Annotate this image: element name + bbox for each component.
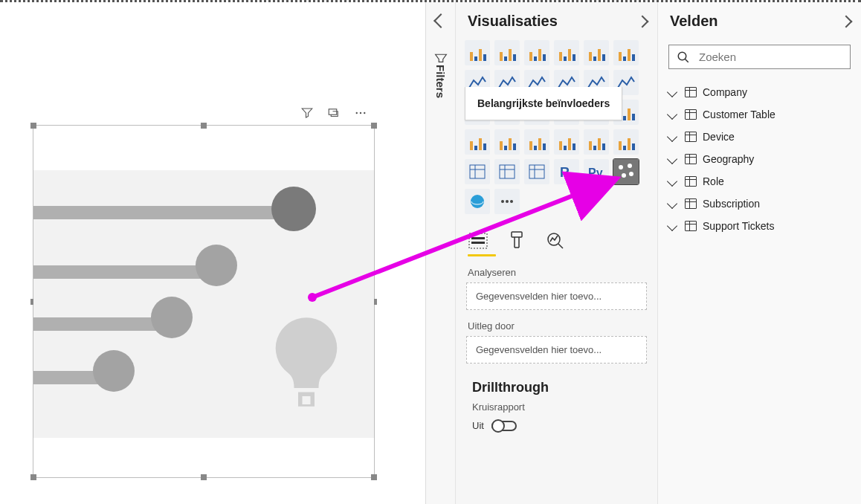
table-name: Subscription	[703, 198, 760, 210]
announce-icon	[433, 48, 449, 65]
focus-mode-icon[interactable]	[327, 106, 341, 120]
svg-point-3	[364, 112, 365, 114]
viz-type-key-influencers[interactable]	[613, 159, 639, 184]
resize-handle[interactable]	[371, 123, 377, 129]
table-icon	[685, 176, 697, 187]
svg-rect-16	[538, 49, 541, 61]
viz-type-slicer[interactable]	[465, 159, 490, 184]
chevron-down-icon	[667, 132, 677, 142]
svg-rect-67	[602, 143, 605, 150]
viz-type-clustered-bar[interactable]	[524, 40, 549, 65]
placeholder-bar	[33, 317, 167, 331]
viz-type-100-bar[interactable]	[584, 40, 609, 65]
viz-type-matrix[interactable]	[524, 159, 549, 184]
svg-rect-61	[564, 146, 567, 150]
fields-table-item[interactable]: Geography	[658, 148, 861, 170]
viz-type-kpi[interactable]	[613, 129, 639, 155]
resize-handle[interactable]	[371, 474, 377, 480]
chevron-right-icon[interactable]	[636, 15, 649, 28]
table-name: Role	[703, 175, 724, 187]
report-canvas[interactable]	[0, 2, 425, 504]
svg-rect-18	[559, 52, 562, 61]
svg-point-83	[619, 165, 623, 169]
viz-type-python-visual[interactable]: Py	[584, 159, 609, 184]
viz-type-card[interactable]	[554, 129, 579, 155]
svg-point-2	[360, 112, 361, 114]
svg-rect-49	[474, 146, 477, 150]
key-influencers-visual-placeholder[interactable]	[33, 125, 375, 478]
fields-search-box[interactable]	[668, 45, 851, 69]
funnel-icon[interactable]	[300, 106, 314, 120]
fields-table-item[interactable]: Subscription	[658, 193, 861, 215]
svg-point-1	[356, 112, 358, 114]
viz-type-funnel[interactable]	[494, 129, 520, 155]
filters-pane-collapsed[interactable]: Filters	[425, 2, 455, 504]
svg-rect-58	[538, 138, 541, 150]
viz-type-filled-map[interactable]	[465, 129, 490, 155]
chevron-down-icon	[667, 109, 677, 120]
viz-type-stacked-bar[interactable]	[465, 40, 490, 65]
svg-rect-13	[513, 54, 516, 61]
visual-header-toolbar	[300, 106, 367, 120]
fields-table-item[interactable]: Support Tickets	[658, 215, 861, 237]
fields-table-item[interactable]: Role	[658, 170, 861, 193]
table-name: Company	[703, 86, 747, 98]
chevron-down-icon	[667, 221, 677, 231]
placeholder-dot	[151, 297, 193, 338]
chevron-down-icon	[667, 176, 677, 187]
viz-type-gauge[interactable]	[524, 129, 549, 155]
viz-type-table[interactable]	[494, 159, 520, 184]
placeholder-dot	[271, 187, 316, 231]
fields-search-input[interactable]	[697, 50, 842, 64]
svg-point-86	[629, 172, 633, 176]
viz-type-clustered-column[interactable]	[554, 40, 579, 65]
drillthrough-title: Drillthrough	[456, 364, 657, 400]
analytics-tab-icon[interactable]	[545, 230, 566, 251]
svg-rect-92	[471, 237, 485, 239]
resize-handle[interactable]	[201, 474, 207, 480]
svg-rect-70	[628, 138, 631, 150]
lightbulb-icon	[265, 311, 347, 416]
svg-rect-11	[504, 56, 507, 61]
resize-handle[interactable]	[30, 474, 36, 480]
svg-text:R: R	[560, 165, 570, 180]
analyze-field-well[interactable]: Gegevensvelden hier toevo...	[466, 282, 647, 310]
explain-by-field-well[interactable]: Gegevensvelden hier toevo...	[466, 336, 647, 364]
placeholder-dot	[196, 245, 237, 286]
viz-type-arcgis[interactable]	[465, 189, 490, 214]
resize-handle[interactable]	[201, 123, 207, 129]
svg-rect-56	[529, 141, 532, 150]
table-name: Device	[703, 131, 735, 143]
svg-rect-50	[479, 138, 482, 150]
fields-table-item[interactable]: Company	[658, 81, 861, 103]
viz-type-multi-card[interactable]	[584, 129, 609, 155]
chevron-right-icon[interactable]	[840, 15, 853, 28]
analyze-well-label: Analyseren	[456, 256, 657, 282]
chevron-left-icon[interactable]	[433, 13, 448, 28]
svg-point-87	[471, 195, 484, 208]
svg-rect-27	[623, 56, 626, 61]
table-icon	[685, 221, 697, 231]
svg-rect-28	[628, 49, 631, 61]
visualizations-title: Visualisaties	[468, 13, 558, 30]
svg-rect-20	[568, 49, 571, 61]
svg-text:Py: Py	[588, 167, 603, 179]
viz-type-more[interactable]	[494, 189, 520, 214]
viz-type-stacked-column[interactable]	[494, 40, 520, 65]
svg-rect-9	[483, 54, 486, 61]
cross-report-toggle[interactable]	[491, 421, 517, 431]
more-options-icon[interactable]	[354, 106, 367, 120]
fields-table-item[interactable]: Customer Table	[658, 103, 861, 126]
viz-type-r-visual[interactable]: R	[554, 159, 579, 184]
format-tab-icon[interactable]	[506, 230, 527, 251]
svg-rect-55	[513, 143, 516, 150]
viz-type-100-column[interactable]	[613, 40, 639, 65]
fields-table-item[interactable]: Device	[658, 126, 861, 148]
fields-tab-icon[interactable]	[468, 230, 488, 251]
svg-rect-19	[564, 56, 567, 61]
placeholder-bar	[33, 265, 212, 279]
explain-by-well-label: Uitleg door	[456, 310, 657, 336]
svg-rect-14	[529, 52, 532, 61]
resize-handle[interactable]	[30, 123, 36, 129]
svg-rect-62	[568, 138, 571, 150]
